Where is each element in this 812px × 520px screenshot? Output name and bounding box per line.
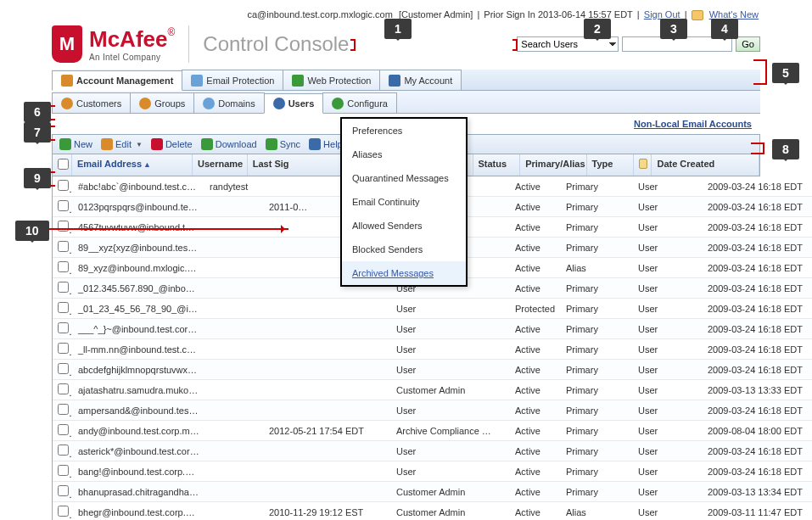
cell-role: User	[391, 321, 510, 338]
row-checkbox[interactable]	[58, 322, 69, 333]
cell-lastsignin: 2012-05-21 17:54 EDT	[264, 422, 391, 439]
cell-datecreated: 2009-03-24 16:18 EDT	[703, 321, 812, 338]
table-row[interactable]: ajatashatru.samudra.mukopadhy…Customer A…	[53, 380, 812, 400]
toolbar-new-button[interactable]: New	[59, 138, 92, 150]
cell-status: Active	[510, 402, 561, 419]
lock-icon	[639, 159, 647, 169]
col-email[interactable]: Email Address▲	[72, 154, 193, 176]
row-checkbox[interactable]	[58, 302, 69, 313]
download-icon	[201, 138, 213, 150]
cell-username	[204, 407, 264, 414]
table-row[interactable]: abcdefghijklmnopqrstuvwxyz@inb…UserActiv…	[53, 360, 812, 380]
cell-role: User	[391, 300, 510, 317]
row-checkbox[interactable]	[58, 465, 69, 476]
subtab-icon	[203, 98, 215, 109]
select-all-checkbox[interactable]	[58, 159, 69, 170]
col-datecreated[interactable]: Date Created	[652, 154, 759, 176]
tab-email-protection[interactable]: Email Protection	[182, 70, 283, 90]
row-checkbox[interactable]	[58, 241, 69, 252]
row-checkbox[interactable]	[58, 200, 69, 211]
table-row[interactable]: _ll-mm.nn@inbound.test.corp.mxl…UserActi…	[53, 339, 812, 360]
table-row[interactable]: bhegr@inbound.test.corp.mxlogic…2010-11-…	[53, 502, 812, 520]
cell-datecreated: 2009-03-13 13:34 EDT	[703, 484, 812, 500]
tab-account-management[interactable]: Account Management	[52, 70, 182, 91]
row-checkbox[interactable]	[58, 445, 69, 456]
menu-item-allowed-senders[interactable]: Allowed Senders	[342, 214, 466, 238]
cell-role: User	[391, 443, 510, 460]
subtab-domains[interactable]: Domains	[193, 92, 264, 113]
annotation-callout-2: 2	[584, 19, 611, 39]
toolbar-edit-button[interactable]: Edit▼	[101, 138, 143, 150]
cell-lock	[684, 428, 703, 434]
col-primary-alias[interactable]: Primary/Alias	[520, 154, 586, 176]
cell-lock	[684, 468, 703, 475]
row-checkbox[interactable]	[58, 221, 69, 232]
edit-icon	[101, 138, 113, 150]
cell-email: abcdefghijklmnopqrstuvwxyz@inb…	[73, 361, 204, 378]
row-checkbox[interactable]	[58, 424, 69, 435]
toolbar-download-button[interactable]: Download	[201, 138, 257, 150]
row-checkbox[interactable]	[58, 404, 69, 415]
cell-role: User	[391, 402, 510, 419]
cell-lastsignin	[264, 346, 391, 353]
tab-my-account[interactable]: My Account	[379, 70, 462, 90]
cell-role: User	[391, 341, 510, 358]
col-status[interactable]: Status	[473, 154, 521, 176]
row-checkbox[interactable]	[58, 383, 69, 394]
cell-primary-alias: Primary	[561, 463, 633, 480]
cell-status: Active	[510, 321, 561, 338]
nonlocal-link[interactable]: Non-Local Email Accounts	[634, 119, 752, 129]
row-checkbox[interactable]	[58, 343, 69, 354]
table-row[interactable]: andy@inbound.test.corp.mxlogic…2012-05-2…	[53, 421, 812, 441]
table-row[interactable]: ___^_}~@inbound.test.corp.…UserActivePri…	[53, 319, 812, 339]
menu-item-blocked-senders[interactable]: Blocked Senders	[342, 238, 466, 261]
cell-status: Active	[510, 239, 561, 256]
cell-email: 89__xyz{xyz@inbound.test.corp.…	[73, 239, 204, 256]
delete-icon	[151, 138, 163, 150]
cell-primary-alias: Alias	[561, 504, 633, 520]
cell-role: User	[391, 463, 510, 480]
cell-username	[204, 204, 264, 210]
cell-lock	[684, 346, 703, 353]
table-row[interactable]: ampersand&@inbound.test.corp.…UserActive…	[53, 400, 812, 421]
subtab-users[interactable]: Users	[264, 93, 324, 114]
cell-datecreated: 2009-03-24 16:18 EDT	[703, 300, 812, 317]
cell-lastsignin	[264, 407, 391, 414]
cell-lock	[684, 265, 703, 271]
subtab-customers[interactable]: Customers	[52, 92, 131, 113]
cell-username	[204, 387, 264, 394]
table-row[interactable]: bhanuprasad.chitragandha.venka…Customer …	[53, 482, 812, 502]
toolbar-help-button[interactable]: Help	[309, 138, 343, 150]
col-type[interactable]: Type	[587, 154, 635, 176]
col-username[interactable]: Username	[193, 154, 248, 176]
toolbar-sync-button[interactable]: Sync	[266, 138, 300, 150]
menu-item-preferences[interactable]: Preferences	[342, 119, 466, 143]
table-row[interactable]: bang!@inbound.test.corp.mxlogic…UserActi…	[53, 461, 812, 482]
row-checkbox[interactable]	[58, 282, 69, 293]
annotation-arrow	[47, 228, 288, 230]
row-checkbox[interactable]	[58, 363, 69, 374]
cell-lastsignin	[264, 387, 391, 394]
table-row[interactable]: asterick*@inbound.test.corp.mxl…UserActi…	[53, 441, 812, 461]
cell-status: Active	[510, 504, 561, 520]
table-row[interactable]: _01_23_45_56_78_90_@inbound…UserProtecte…	[53, 299, 812, 319]
menu-item-aliases[interactable]: Aliases	[342, 143, 466, 166]
row-checkbox[interactable]	[58, 180, 69, 191]
col-lock[interactable]	[634, 154, 652, 176]
user-email: ca@inbound.test.corp.mxlogic.com	[247, 9, 392, 20]
cell-type: User	[633, 300, 684, 317]
row-checkbox[interactable]	[58, 506, 69, 517]
cell-primary-alias: Primary	[561, 178, 633, 195]
row-checkbox[interactable]	[58, 485, 69, 496]
subtab-groups[interactable]: Groups	[130, 92, 194, 113]
cell-username	[204, 326, 264, 333]
edit-dropdown-menu: PreferencesAliasesQuarantined MessagesEm…	[340, 117, 468, 287]
menu-item-quarantined-messages[interactable]: Quarantined Messages	[342, 166, 466, 190]
tab-web-protection[interactable]: Web Protection	[283, 70, 380, 90]
row-checkbox[interactable]	[58, 261, 69, 272]
subtab-configura[interactable]: Configura	[322, 92, 397, 113]
go-button[interactable]: Go	[736, 36, 760, 52]
menu-item-archived-messages[interactable]: Archived Messages	[342, 261, 466, 285]
toolbar-delete-button[interactable]: Delete	[151, 138, 193, 150]
menu-item-email-continuity[interactable]: Email Continuity	[342, 190, 466, 214]
